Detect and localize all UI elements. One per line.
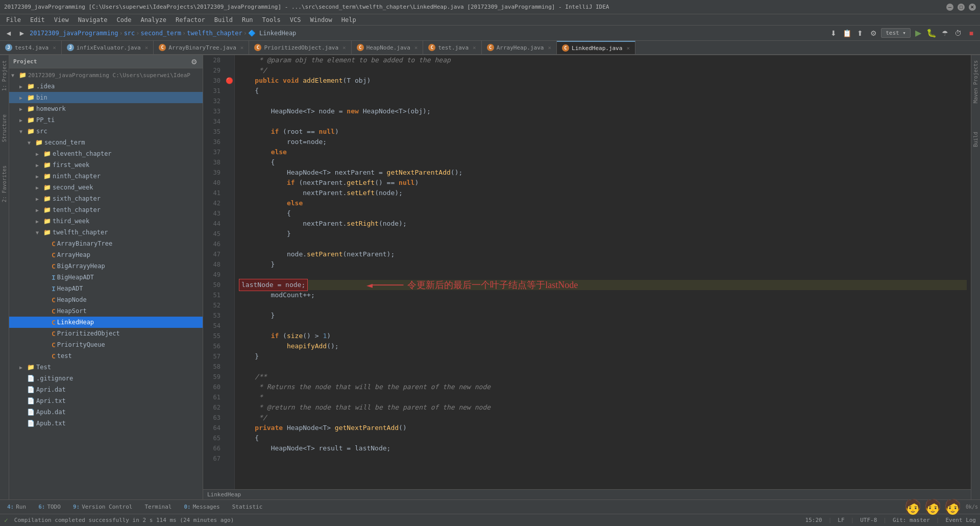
tab-close-linkedheap[interactable]: × [626, 45, 630, 52]
build-panel-btn[interactable]: Build [972, 129, 979, 150]
tree-item-apri_dat[interactable]: 📄Apri.dat [9, 384, 203, 395]
tree-item-apri_txt[interactable]: 📄Apri.txt [9, 395, 203, 407]
structure-panel-btn[interactable]: Structure [1, 111, 8, 145]
project-panel-btn[interactable]: 1: Project [1, 57, 8, 94]
tab-close-test4[interactable]: × [53, 44, 56, 51]
menu-analyze[interactable]: Analyze [136, 15, 170, 25]
todo-tab[interactable]: 6: TODO [33, 502, 66, 512]
menu-edit[interactable]: Edit [26, 15, 49, 25]
tree-item-heapsort[interactable]: CHeapSort [9, 305, 203, 317]
menu-tools[interactable]: Tools [258, 15, 285, 25]
tree-label: HeapNode [57, 296, 87, 303]
tab-arrayheap[interactable]: C ArrayHeap.java × [482, 41, 557, 54]
tab-infixevaluator[interactable]: J infixEvaluator.java × [62, 41, 154, 54]
back-button[interactable]: ◄ [3, 28, 14, 39]
project-settings-btn[interactable]: ⚙ [189, 57, 199, 66]
menu-run[interactable]: Run [238, 15, 257, 25]
tree-item-test[interactable]: Ctest [9, 350, 203, 362]
tab-label-test: test.java [438, 44, 469, 51]
tree-item-second_week[interactable]: ▶📁second_week [9, 182, 203, 193]
coverage-button[interactable]: ☂ [939, 28, 950, 39]
maximize-button[interactable]: □ [958, 4, 965, 11]
bc-src[interactable]: src [124, 30, 135, 37]
tree-item-_gitignore[interactable]: 📄.gitignore [9, 373, 203, 384]
forward-button[interactable]: ► [16, 28, 28, 39]
debug-button[interactable]: 🐛 [926, 28, 937, 39]
menu-window[interactable]: Window [306, 15, 336, 25]
menu-refactor[interactable]: Refactor [172, 15, 209, 25]
terminal-tab[interactable]: Terminal [139, 502, 177, 512]
tab-close-prioritizedobject[interactable]: × [342, 44, 346, 51]
tab-linkedheap[interactable]: C LinkedHeap.java × [557, 41, 635, 54]
run-tab[interactable]: 4: Run [2, 502, 31, 512]
code-content[interactable]: * @param obj the element to be added to … [235, 55, 971, 489]
tree-item-bigheapadt[interactable]: IBigHeapADT [9, 272, 203, 283]
statistic-tab[interactable]: Statistic [227, 502, 268, 512]
tab-close-arraybinarytree[interactable]: × [240, 44, 244, 51]
versioncontrol-tab[interactable]: 9: Version Control [68, 502, 138, 512]
code-line-61: * [239, 392, 967, 402]
tree-item-pp_ti[interactable]: ▶📁PP_ti [9, 114, 203, 126]
tree-item-twelfth_chapter[interactable]: ▼📁twelfth_chapter [9, 227, 203, 238]
maven-panel-btn[interactable]: Maven Projects [972, 57, 979, 106]
minimize-button[interactable]: ─ [946, 4, 953, 11]
tree-item-apub_txt[interactable]: 📄Apub.txt [9, 418, 203, 429]
tree-item-bin[interactable]: ▶📁bin [9, 92, 203, 103]
tree-item-_idea[interactable]: ▶📁.idea [9, 81, 203, 92]
tree-item-apub_dat[interactable]: 📄Apub.dat [9, 407, 203, 418]
tree-item-tenth_chapter[interactable]: ▶📁tenth_chapter [9, 204, 203, 216]
menu-help[interactable]: Help [337, 15, 360, 25]
tree-item-arrayheap[interactable]: CArrayHeap [9, 249, 203, 260]
tab-heapnode[interactable]: C HeapNode.java × [352, 41, 424, 54]
tab-test[interactable]: C test.java × [423, 41, 481, 54]
menu-navigate[interactable]: Navigate [74, 15, 112, 25]
tree-item-20172309_javaprogramming[interactable]: ▼📁20172309_javaProgramming C:\Users\supe… [9, 69, 203, 81]
tab-close-test[interactable]: × [473, 44, 476, 51]
update-button[interactable]: ⬇ [828, 28, 839, 39]
tree-item-second_term[interactable]: ▼📁second_term [9, 137, 203, 148]
tree-item-prioritizedobject[interactable]: CPrioritizedObject [9, 328, 203, 339]
tab-close-infixevaluator[interactable]: × [145, 44, 149, 51]
tree-item-arraybinarytree[interactable]: CArrayBinaryTree [9, 238, 203, 249]
tree-arrow: ▶ [36, 174, 42, 179]
run-button[interactable]: ▶ [913, 28, 924, 39]
menu-view[interactable]: View [50, 15, 73, 25]
profile-button[interactable]: ⏱ [952, 28, 964, 39]
tab-arraybinarytree[interactable]: C ArrayBinaryTree.java × [154, 41, 249, 54]
tab-close-arrayheap[interactable]: × [548, 44, 551, 51]
tree-item-heapnode[interactable]: CHeapNode [9, 294, 203, 305]
tree-item-test[interactable]: ▶📁Test [9, 362, 203, 373]
tree-item-src[interactable]: ▼📁src [9, 126, 203, 137]
tab-close-heapnode[interactable]: × [414, 44, 418, 51]
tree-item-homework[interactable]: ▶📁homework [9, 103, 203, 114]
tree-item-first_week[interactable]: ▶📁first_week [9, 159, 203, 171]
tree-item-bigarrayyheap[interactable]: CBigArrayyHeap [9, 260, 203, 272]
stop-button[interactable]: ■ [966, 28, 977, 39]
menu-build[interactable]: Build [210, 15, 237, 25]
breakpoint-icon[interactable]: 🔴 [226, 77, 233, 84]
tab-prioritizedobject[interactable]: C PrioritizedObject.java × [249, 41, 351, 54]
menu-vcs[interactable]: VCS [286, 15, 305, 25]
favorites-panel-btn[interactable]: 2: Favorites [1, 162, 8, 205]
tree-item-sixth_chapter[interactable]: ▶📁sixth_chapter [9, 193, 203, 204]
menu-file[interactable]: File [2, 15, 25, 25]
tree-item-priorityqueue[interactable]: CPriorityQueue [9, 339, 203, 350]
close-button[interactable]: ✕ [969, 4, 976, 11]
messages-tab[interactable]: 0: Messages [179, 502, 225, 512]
menu-code[interactable]: Code [113, 15, 136, 25]
tree-item-heapadt[interactable]: IHeapADT [9, 283, 203, 294]
settings-button[interactable]: ⚙ [868, 28, 879, 39]
bc-twelfth[interactable]: twelfth_chapter [187, 30, 242, 37]
event-log[interactable]: Event Log [945, 517, 976, 523]
tree-item-eleventh_chapter[interactable]: ▶📁eleventh_chapter [9, 148, 203, 159]
tree-label: ArrayBinaryTree [57, 240, 112, 247]
commit-button[interactable]: 📋 [841, 28, 852, 39]
run-config[interactable]: test ▾ [881, 28, 911, 38]
tree-item-ninth_chapter[interactable]: ▶📁ninth_chapter [9, 171, 203, 182]
tree-item-linkedheap[interactable]: CLinkedHeap [9, 317, 203, 328]
tab-test4[interactable]: J test4.java × [0, 41, 62, 54]
bc-second-term[interactable]: second_term [141, 30, 181, 37]
tree-item-third_week[interactable]: ▶📁third_week [9, 216, 203, 227]
bc-project[interactable]: 20172309_javaProgramming [30, 30, 118, 37]
push-button[interactable]: ⬆ [854, 28, 866, 39]
